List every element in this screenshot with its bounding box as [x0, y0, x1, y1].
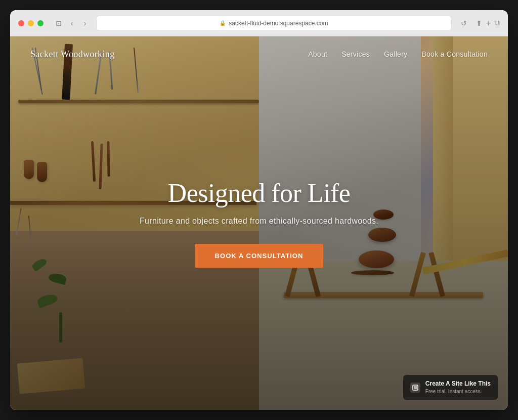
site-nav: Sackett Woodworking About Services Galle…	[10, 36, 508, 72]
svg-rect-1	[414, 386, 417, 389]
hero-subtitle: Furniture and objects crafted from ethic…	[107, 217, 411, 226]
minimize-button[interactable]	[28, 20, 34, 26]
sidebar-toggle-button[interactable]: ⊡	[54, 18, 64, 28]
new-tab-icon[interactable]: +	[486, 19, 491, 28]
browser-controls: ⊡ ‹ ›	[54, 18, 90, 28]
squarespace-logo-icon	[410, 383, 420, 393]
nav-book-consultation[interactable]: Book a Consultation	[421, 50, 488, 58]
url-text: sackett-fluid-demo.squarespace.com	[229, 20, 328, 27]
browser-content: Sackett Woodworking About Services Galle…	[10, 36, 508, 410]
traffic-lights	[18, 20, 44, 26]
badge-title: Create A Site Like This	[425, 380, 491, 388]
reload-button[interactable]: ↺	[458, 17, 470, 29]
nav-about[interactable]: About	[308, 50, 327, 58]
maximize-button[interactable]	[37, 20, 44, 26]
share-icon[interactable]: ⬆	[476, 19, 482, 27]
hero-content: Designed for Life Furniture and objects …	[107, 179, 411, 268]
back-button[interactable]: ‹	[67, 18, 77, 28]
nav-services[interactable]: Services	[341, 50, 370, 58]
hero-cta-button[interactable]: Book a Consultation	[195, 244, 324, 268]
lock-icon: 🔒	[220, 20, 226, 26]
site-logo: Sackett Woodworking	[30, 49, 115, 60]
browser-chrome: ⊡ ‹ › 🔒 sackett-fluid-demo.squarespace.c…	[10, 10, 508, 36]
nav-gallery[interactable]: Gallery	[384, 50, 407, 58]
browser-window: ⊡ ‹ › 🔒 sackett-fluid-demo.squarespace.c…	[10, 10, 508, 410]
squarespace-badge[interactable]: Create A Site Like This Free trial. Inst…	[403, 375, 498, 400]
address-bar[interactable]: 🔒 sackett-fluid-demo.squarespace.com	[96, 16, 452, 31]
tabs-icon[interactable]: ⧉	[495, 19, 500, 27]
close-button[interactable]	[18, 20, 24, 26]
forward-button[interactable]: ›	[80, 18, 90, 28]
hero-title: Designed for Life	[107, 179, 411, 207]
badge-text: Create A Site Like This Free trial. Inst…	[425, 380, 491, 395]
nav-links: About Services Gallery Book a Consultati…	[308, 50, 488, 58]
browser-actions: ⬆ + ⧉	[476, 19, 500, 28]
badge-subtitle: Free trial. Instant access.	[425, 388, 491, 395]
website: Sackett Woodworking About Services Galle…	[10, 36, 508, 410]
